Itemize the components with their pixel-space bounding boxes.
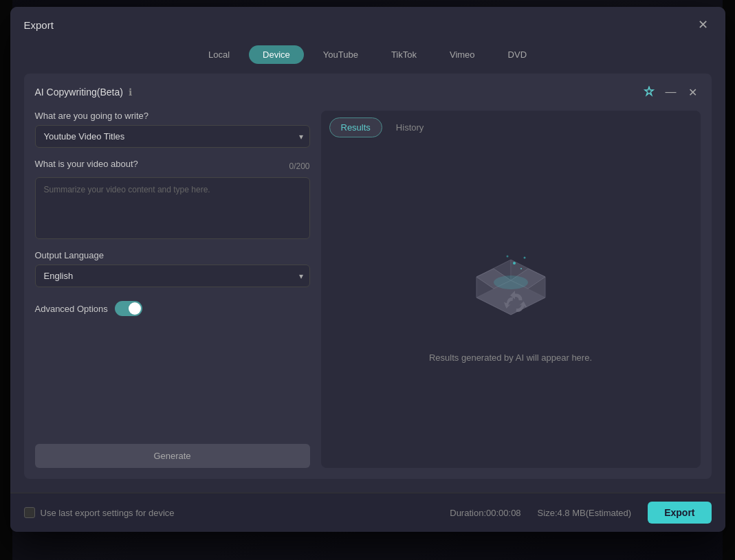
- dialog-close-button[interactable]: ✕: [695, 16, 712, 33]
- footer-left: Use last export settings for device: [24, 507, 175, 518]
- size-label: Size:4.8 MB(Estimated): [538, 508, 632, 518]
- video-about-label: What is your video about?: [35, 159, 138, 169]
- language-select[interactable]: English Spanish French German Chinese Ja…: [35, 265, 310, 287]
- results-tab-history[interactable]: History: [385, 117, 435, 137]
- char-count: 0/200: [289, 161, 309, 171]
- inner-title-group: AI Copywriting(Beta) ℹ: [35, 87, 132, 98]
- last-settings-checkbox[interactable]: [24, 507, 35, 518]
- inner-panel-controls: — ✕: [641, 85, 701, 100]
- write-type-select[interactable]: Youtube Video Titles Youtube Video Descr…: [35, 125, 310, 148]
- inner-panel-header: AI Copywriting(Beta) ℹ — ✕: [35, 85, 701, 100]
- dialog-header: Export ✕: [10, 7, 725, 40]
- advanced-options-toggle[interactable]: [115, 301, 142, 316]
- box-illustration: [463, 243, 559, 339]
- svg-point-7: [523, 257, 525, 259]
- tab-local[interactable]: Local: [195, 45, 243, 64]
- results-panel: Results History: [321, 111, 701, 468]
- tab-youtube[interactable]: YouTube: [309, 45, 372, 64]
- write-type-select-wrapper: Youtube Video Titles Youtube Video Descr…: [35, 125, 310, 148]
- duration-label: Duration:00:00:08: [450, 508, 520, 518]
- results-content: Results generated by AI will appear here…: [321, 137, 701, 468]
- results-tabs: Results History: [321, 111, 701, 137]
- close-inner-icon[interactable]: ✕: [685, 85, 701, 100]
- tab-dvd[interactable]: DVD: [494, 45, 540, 64]
- language-label: Output Language: [35, 250, 310, 260]
- footer-right: Duration:00:00:08 Size:4.8 MB(Estimated)…: [450, 502, 711, 524]
- inner-panel: AI Copywriting(Beta) ℹ — ✕: [24, 74, 712, 479]
- write-type-group: What are you going to write? Youtube Vid…: [35, 111, 310, 148]
- advanced-options-label: Advanced Options: [35, 304, 108, 314]
- info-icon[interactable]: ℹ: [129, 87, 132, 98]
- pin-icon[interactable]: [641, 85, 657, 100]
- results-tab-results[interactable]: Results: [329, 117, 382, 137]
- tab-vimeo[interactable]: Vimeo: [436, 45, 489, 64]
- language-select-wrapper: English Spanish French German Chinese Ja…: [35, 265, 310, 287]
- tab-navigation: Local Device YouTube TikTok Vimeo DVD: [10, 40, 725, 74]
- tab-tiktok[interactable]: TikTok: [377, 45, 430, 64]
- generate-button[interactable]: Generate: [35, 444, 310, 468]
- language-group: Output Language English Spanish French G…: [35, 250, 310, 287]
- minimize-icon[interactable]: —: [663, 85, 679, 100]
- export-dialog: Export ✕ Local Device YouTube TikTok Vim…: [10, 7, 725, 532]
- write-type-label: What are you going to write?: [35, 111, 310, 121]
- panel-body: What are you going to write? Youtube Vid…: [35, 111, 701, 468]
- form-panel: What are you going to write? Youtube Vid…: [35, 111, 310, 468]
- svg-point-6: [513, 262, 516, 265]
- dialog-title: Export: [24, 19, 54, 31]
- svg-point-8: [520, 268, 522, 269]
- video-about-header: What is your video about? 0/200: [35, 159, 310, 173]
- svg-point-9: [506, 256, 508, 258]
- results-empty-text: Results generated by AI will appear here…: [429, 352, 592, 363]
- inner-panel-title: AI Copywriting(Beta): [35, 87, 123, 98]
- svg-point-5: [494, 276, 528, 289]
- dialog-footer: Use last export settings for device Dura…: [10, 493, 725, 532]
- video-about-textarea[interactable]: [35, 177, 310, 239]
- video-about-group: What is your video about? 0/200: [35, 159, 310, 239]
- last-settings-label: Use last export settings for device: [41, 508, 175, 518]
- tab-device[interactable]: Device: [249, 45, 304, 64]
- advanced-options-row: Advanced Options: [35, 301, 310, 316]
- dialog-body: AI Copywriting(Beta) ℹ — ✕: [10, 74, 725, 493]
- export-button[interactable]: Export: [648, 502, 711, 524]
